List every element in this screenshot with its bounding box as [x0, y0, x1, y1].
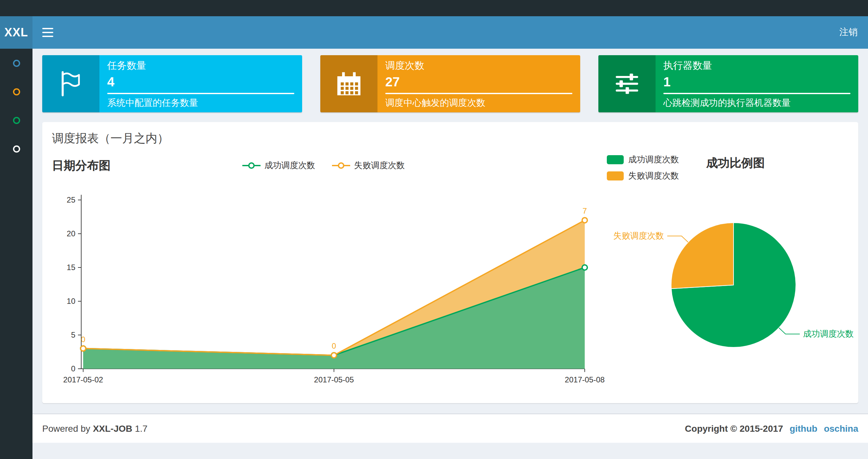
svg-text:失败调度次数: 失败调度次数 [613, 231, 664, 240]
svg-text:0: 0 [81, 335, 85, 344]
legend-swatch-icon [607, 155, 624, 164]
sliders-icon [598, 55, 655, 112]
line-chart-legend: 成功调度次数失败调度次数 [52, 160, 595, 171]
info-box-description: 调度中心触发的调度次数 [385, 97, 572, 108]
top-navbar: XXL 注销 [0, 16, 868, 49]
sidebar-toggle-button[interactable] [32, 16, 62, 49]
pie-chart-title: 成功比例图 [706, 155, 765, 171]
sidebar [0, 49, 32, 459]
info-box-executors: 执行器数量 1 心跳检测成功的执行器机器数量 [598, 55, 858, 112]
oschina-link[interactable]: oschina [824, 423, 858, 434]
legend-item-成功调度次数[interactable]: 成功调度次数 [607, 154, 679, 166]
legend-item-成功调度次数[interactable]: 成功调度次数 [242, 160, 315, 171]
pie-chart-legend: 成功调度次数失败调度次数 [607, 154, 679, 182]
main-content: 运行报表 任务调度中心 任务数量 4 系统中 [32, 16, 868, 414]
info-box-row: 任务数量 4 系统中配置的任务数量 [42, 55, 858, 112]
app-window: XXL 注销 运行报表 任务调度中心 [0, 16, 868, 459]
svg-text:10: 10 [67, 297, 75, 305]
circle-icon [13, 145, 20, 152]
info-box-value: 4 [107, 75, 294, 89]
navbar-spacer [62, 16, 829, 49]
legend-line-marker-icon [332, 161, 350, 170]
calendar-icon [320, 55, 377, 112]
info-box-tasks: 任务数量 4 系统中配置的任务数量 [42, 55, 302, 112]
sidebar-item-3[interactable] [0, 106, 32, 134]
line-chart: 05101520252017-05-022017-05-052017-05-08… [52, 177, 595, 392]
svg-text:20: 20 [67, 229, 75, 238]
sidebar-item-4[interactable] [0, 134, 32, 163]
info-box-value: 1 [663, 75, 850, 89]
svg-text:25: 25 [67, 195, 75, 204]
legend-swatch-icon [607, 171, 624, 181]
github-link[interactable]: github [790, 423, 818, 434]
svg-text:2017-05-02: 2017-05-02 [63, 375, 103, 384]
info-box-label: 调度次数 [385, 60, 572, 71]
info-box-value: 27 [385, 75, 572, 89]
info-box-description: 系统中配置的任务数量 [107, 97, 294, 108]
hamburger-icon [42, 28, 53, 30]
svg-text:5: 5 [71, 330, 75, 339]
svg-text:成功调度次数: 成功调度次数 [803, 329, 854, 338]
svg-text:2017-05-05: 2017-05-05 [314, 375, 354, 384]
powered-by: Powered byXXL-JOB1.7 [42, 423, 150, 434]
circle-icon [13, 88, 20, 95]
info-box-progress [663, 93, 850, 94]
svg-text:15: 15 [67, 263, 75, 272]
schedule-report-panel: 调度报表（一月之内） 成功调度次数失败调度次数 日期分布图 0510152025… [42, 122, 858, 403]
line-chart-title: 日期分布图 [52, 158, 111, 173]
info-box-progress [385, 93, 572, 94]
info-box-triggers: 调度次数 27 调度中心触发的调度次数 [320, 55, 580, 112]
legend-item-失败调度次数[interactable]: 失败调度次数 [332, 160, 405, 171]
legend-line-marker-icon [242, 161, 260, 170]
svg-text:0: 0 [71, 364, 75, 373]
logout-link[interactable]: 注销 [829, 16, 868, 49]
legend-item-失败调度次数[interactable]: 失败调度次数 [607, 170, 679, 182]
circle-icon [13, 59, 20, 67]
panel-title: 调度报表（一月之内） [42, 122, 858, 150]
app-logo[interactable]: XXL [0, 16, 32, 49]
pie-chart: 成功调度次数失败调度次数 [607, 183, 848, 371]
date-distribution-chart-area: 成功调度次数失败调度次数 日期分布图 05101520252017-05-022… [52, 154, 595, 392]
success-ratio-chart-area: 成功调度次数失败调度次数 成功比例图 成功调度次数失败调度次数 [595, 154, 848, 392]
info-box-description: 心跳检测成功的执行器机器数量 [663, 97, 850, 108]
circle-icon [13, 117, 20, 124]
charts-row: 成功调度次数失败调度次数 日期分布图 05101520252017-05-022… [42, 150, 858, 403]
flag-icon [42, 55, 99, 112]
svg-text:0: 0 [332, 341, 336, 350]
info-box-label: 任务数量 [107, 60, 294, 71]
page-footer: Powered byXXL-JOB1.7 Copyright © 2015-20… [32, 414, 868, 443]
svg-text:7: 7 [583, 206, 587, 215]
sidebar-item-1[interactable] [0, 49, 32, 77]
info-box-progress [107, 93, 294, 94]
copyright: Copyright © 2015-2017 [685, 423, 783, 434]
sidebar-item-2[interactable] [0, 77, 32, 106]
info-box-label: 执行器数量 [663, 60, 850, 71]
